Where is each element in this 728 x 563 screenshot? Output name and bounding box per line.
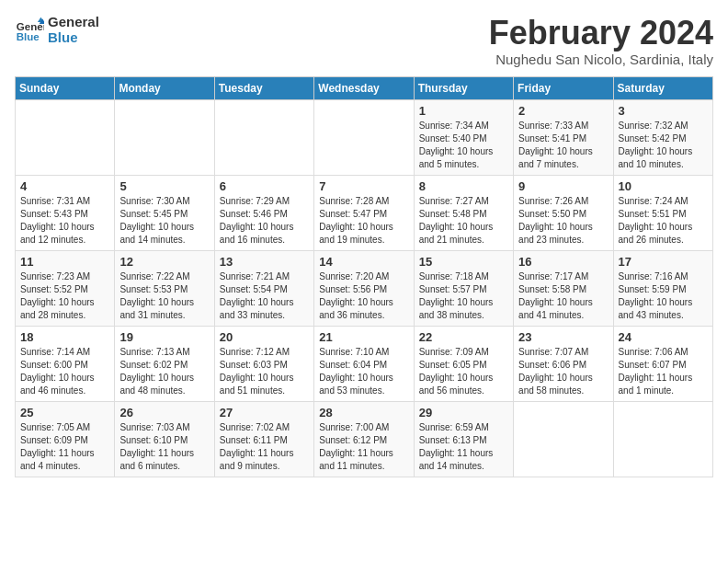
- logo-line2: Blue: [48, 30, 99, 46]
- day-number: 8: [419, 179, 508, 193]
- day-info: Sunrise: 7:34 AM Sunset: 5:40 PM Dayligh…: [419, 120, 508, 171]
- calendar-week-4: 18Sunrise: 7:14 AM Sunset: 6:00 PM Dayli…: [16, 326, 713, 401]
- day-info: Sunrise: 7:14 AM Sunset: 6:00 PM Dayligh…: [20, 346, 109, 397]
- day-info: Sunrise: 7:28 AM Sunset: 5:47 PM Dayligh…: [319, 195, 408, 247]
- calendar-cell: 23Sunrise: 7:07 AM Sunset: 6:06 PM Dayli…: [514, 326, 613, 401]
- day-number: 13: [220, 255, 309, 269]
- day-info: Sunrise: 7:17 AM Sunset: 5:58 PM Dayligh…: [518, 270, 608, 322]
- calendar-cell: 17Sunrise: 7:16 AM Sunset: 5:59 PM Dayli…: [613, 250, 712, 326]
- day-number: 16: [518, 255, 608, 269]
- calendar-header: SundayMondayTuesdayWednesdayThursdayFrid…: [16, 76, 713, 99]
- day-number: 20: [220, 330, 309, 344]
- day-number: 7: [319, 179, 408, 193]
- day-number: 23: [518, 330, 608, 344]
- day-info: Sunrise: 7:30 AM Sunset: 5:45 PM Dayligh…: [119, 195, 209, 247]
- day-info: Sunrise: 7:21 AM Sunset: 5:54 PM Dayligh…: [220, 270, 309, 322]
- calendar-cell: 14Sunrise: 7:20 AM Sunset: 5:56 PM Dayli…: [314, 250, 414, 326]
- day-number: 9: [518, 179, 608, 193]
- header-cell-saturday: Saturday: [613, 76, 712, 99]
- calendar-cell: 1Sunrise: 7:34 AM Sunset: 5:40 PM Daylig…: [414, 99, 513, 175]
- day-info: Sunrise: 7:10 AM Sunset: 6:04 PM Dayligh…: [319, 346, 408, 397]
- day-info: Sunrise: 7:33 AM Sunset: 5:41 PM Dayligh…: [518, 120, 608, 171]
- day-number: 27: [220, 406, 309, 419]
- day-info: Sunrise: 7:26 AM Sunset: 5:50 PM Dayligh…: [518, 195, 608, 247]
- calendar-cell: [613, 401, 712, 477]
- calendar-cell: 7Sunrise: 7:28 AM Sunset: 5:47 PM Daylig…: [314, 175, 414, 250]
- calendar-cell: 10Sunrise: 7:24 AM Sunset: 5:51 PM Dayli…: [613, 175, 712, 250]
- day-info: Sunrise: 7:27 AM Sunset: 5:48 PM Dayligh…: [419, 195, 508, 247]
- day-number: 2: [518, 104, 608, 118]
- calendar-cell: 15Sunrise: 7:18 AM Sunset: 5:57 PM Dayli…: [414, 250, 513, 326]
- calendar-cell: 4Sunrise: 7:31 AM Sunset: 5:43 PM Daylig…: [16, 175, 115, 250]
- day-number: 6: [220, 179, 309, 193]
- calendar-cell: 11Sunrise: 7:23 AM Sunset: 5:52 PM Dayli…: [16, 250, 115, 326]
- day-info: Sunrise: 7:02 AM Sunset: 6:11 PM Dayligh…: [220, 421, 309, 473]
- calendar-body: 1Sunrise: 7:34 AM Sunset: 5:40 PM Daylig…: [16, 99, 713, 477]
- day-info: Sunrise: 7:20 AM Sunset: 5:56 PM Dayligh…: [319, 270, 408, 322]
- logo: General Blue General Blue: [15, 15, 99, 45]
- calendar-cell: 21Sunrise: 7:10 AM Sunset: 6:04 PM Dayli…: [314, 326, 414, 401]
- calendar-cell: 9Sunrise: 7:26 AM Sunset: 5:50 PM Daylig…: [514, 175, 613, 250]
- header-cell-friday: Friday: [514, 76, 613, 99]
- day-number: 3: [619, 104, 708, 118]
- calendar-cell: 20Sunrise: 7:12 AM Sunset: 6:03 PM Dayli…: [214, 326, 313, 401]
- logo-icon: General Blue: [15, 16, 44, 45]
- calendar-cell: 5Sunrise: 7:30 AM Sunset: 5:45 PM Daylig…: [115, 175, 214, 250]
- day-number: 19: [119, 330, 209, 344]
- day-info: Sunrise: 7:03 AM Sunset: 6:10 PM Dayligh…: [119, 421, 209, 473]
- day-number: 11: [20, 255, 109, 269]
- day-number: 17: [619, 255, 708, 269]
- calendar-cell: 16Sunrise: 7:17 AM Sunset: 5:58 PM Dayli…: [514, 250, 613, 326]
- calendar-cell: 26Sunrise: 7:03 AM Sunset: 6:10 PM Dayli…: [115, 401, 214, 477]
- calendar-cell: 18Sunrise: 7:14 AM Sunset: 6:00 PM Dayli…: [16, 326, 115, 401]
- day-info: Sunrise: 6:59 AM Sunset: 6:13 PM Dayligh…: [419, 421, 508, 473]
- day-info: Sunrise: 7:06 AM Sunset: 6:07 PM Dayligh…: [619, 346, 708, 397]
- header-cell-wednesday: Wednesday: [314, 76, 414, 99]
- day-number: 10: [619, 179, 708, 193]
- day-number: 5: [119, 179, 209, 193]
- day-number: 28: [319, 406, 408, 419]
- svg-text:Blue: Blue: [17, 30, 40, 41]
- day-info: Sunrise: 7:31 AM Sunset: 5:43 PM Dayligh…: [20, 195, 109, 247]
- day-info: Sunrise: 7:29 AM Sunset: 5:46 PM Dayligh…: [220, 195, 309, 247]
- day-number: 15: [419, 255, 508, 269]
- day-info: Sunrise: 7:12 AM Sunset: 6:03 PM Dayligh…: [220, 346, 309, 397]
- page-header: General Blue General Blue February 2024 …: [15, 15, 713, 67]
- day-info: Sunrise: 7:18 AM Sunset: 5:57 PM Dayligh…: [419, 270, 508, 322]
- title-block: February 2024 Nughedu San Nicolo, Sardin…: [489, 15, 713, 67]
- calendar-cell: 24Sunrise: 7:06 AM Sunset: 6:07 PM Dayli…: [613, 326, 712, 401]
- calendar-cell: [16, 99, 115, 175]
- day-number: 14: [319, 255, 408, 269]
- logo-line1: General: [48, 15, 99, 30]
- day-number: 18: [20, 330, 109, 344]
- day-info: Sunrise: 7:22 AM Sunset: 5:53 PM Dayligh…: [119, 270, 209, 322]
- day-info: Sunrise: 7:00 AM Sunset: 6:12 PM Dayligh…: [319, 421, 408, 473]
- day-info: Sunrise: 7:09 AM Sunset: 6:05 PM Dayligh…: [419, 346, 508, 397]
- calendar-week-2: 4Sunrise: 7:31 AM Sunset: 5:43 PM Daylig…: [16, 175, 713, 250]
- calendar-cell: 25Sunrise: 7:05 AM Sunset: 6:09 PM Dayli…: [16, 401, 115, 477]
- header-cell-monday: Monday: [115, 76, 214, 99]
- calendar-cell: 2Sunrise: 7:33 AM Sunset: 5:41 PM Daylig…: [514, 99, 613, 175]
- month-title: February 2024: [489, 15, 713, 52]
- calendar-week-1: 1Sunrise: 7:34 AM Sunset: 5:40 PM Daylig…: [16, 99, 713, 175]
- day-number: 21: [319, 330, 408, 344]
- day-number: 25: [20, 406, 109, 419]
- header-cell-sunday: Sunday: [16, 76, 115, 99]
- day-info: Sunrise: 7:13 AM Sunset: 6:02 PM Dayligh…: [119, 346, 209, 397]
- day-number: 26: [119, 406, 209, 419]
- calendar-cell: [115, 99, 214, 175]
- calendar-cell: 29Sunrise: 6:59 AM Sunset: 6:13 PM Dayli…: [414, 401, 513, 477]
- calendar-cell: 13Sunrise: 7:21 AM Sunset: 5:54 PM Dayli…: [214, 250, 313, 326]
- day-info: Sunrise: 7:32 AM Sunset: 5:42 PM Dayligh…: [619, 120, 708, 171]
- day-number: 24: [619, 330, 708, 344]
- calendar-cell: [514, 401, 613, 477]
- calendar-cell: [214, 99, 313, 175]
- location-subtitle: Nughedu San Nicolo, Sardinia, Italy: [489, 52, 713, 67]
- day-info: Sunrise: 7:07 AM Sunset: 6:06 PM Dayligh…: [518, 346, 608, 397]
- header-row: SundayMondayTuesdayWednesdayThursdayFrid…: [16, 76, 713, 99]
- day-info: Sunrise: 7:24 AM Sunset: 5:51 PM Dayligh…: [619, 195, 708, 247]
- day-number: 4: [20, 179, 109, 193]
- calendar-cell: [314, 99, 414, 175]
- calendar-table: SundayMondayTuesdayWednesdayThursdayFrid…: [15, 76, 713, 477]
- header-cell-tuesday: Tuesday: [214, 76, 313, 99]
